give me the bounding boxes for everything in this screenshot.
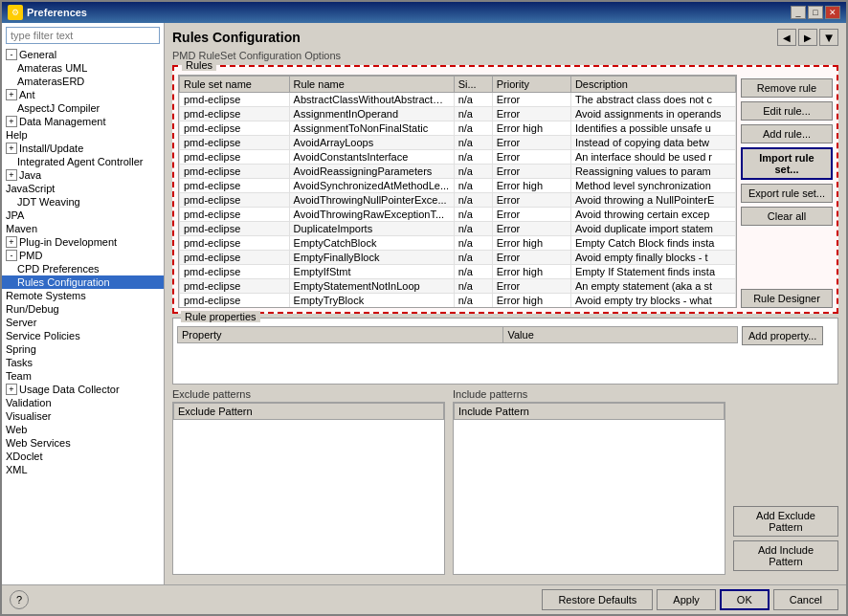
sidebar-item-rules-config[interactable]: Rules Configuration: [2, 275, 164, 289]
exclude-patterns-group: Exclude patterns Exclude Pattern: [172, 388, 445, 575]
sidebar-item-install[interactable]: + Install/Update: [2, 142, 164, 155]
table-row[interactable]: pmd-eclipseAbstractClassWithoutAbstractM…: [180, 93, 736, 107]
table-row[interactable]: pmd-eclipseEmptyCatchBlockn/aError highE…: [180, 236, 736, 251]
col-rulename: Rule name: [289, 77, 454, 93]
expand-icon: +: [6, 236, 17, 248]
table-row[interactable]: pmd-eclipseAvoidArrayLoopsn/aErrorInstea…: [180, 136, 736, 150]
add-include-pattern-button[interactable]: Add Include Pattern: [733, 540, 838, 571]
sidebar-item-data-mgmt[interactable]: + Data Management: [2, 115, 164, 128]
sidebar-item-xml[interactable]: XML: [2, 463, 164, 476]
menu-button[interactable]: ▼: [819, 29, 838, 46]
clear-all-button[interactable]: Clear all: [741, 207, 833, 226]
rules-table-area[interactable]: Rule set name Rule name Si... Priority D…: [178, 75, 737, 308]
sidebar-item-server[interactable]: Server: [2, 316, 164, 329]
preferences-window: ⚙ Preferences _ □ ✕ - General Amateras U…: [0, 0, 848, 616]
properties-table-area[interactable]: Property Value: [177, 326, 738, 380]
table-row[interactable]: pmd-eclipseAssignmentInOperandn/aErrorAv…: [180, 107, 736, 121]
sidebar-item-javascript[interactable]: JavaScript: [2, 182, 164, 195]
remove-rule-button[interactable]: Remove rule: [741, 78, 833, 98]
add-exclude-pattern-button[interactable]: Add Exclude Pattern: [733, 506, 838, 537]
sidebar-item-general[interactable]: - General: [2, 48, 164, 61]
sidebar-item-jdt[interactable]: JDT Weaving: [2, 195, 164, 209]
apply-button[interactable]: Apply: [657, 589, 716, 610]
sidebar-item-plugin[interactable]: + Plug-in Development: [2, 235, 164, 249]
sidebar-item-xdoclet[interactable]: XDoclet: [2, 450, 164, 463]
sidebar-item-java[interactable]: + Java: [2, 168, 164, 182]
restore-defaults-button[interactable]: Restore Defaults: [542, 589, 653, 610]
rules-section: Rules Rule set name Rule name Si... Prio…: [172, 65, 838, 314]
excl-pattern-header: Exclude Pattern: [174, 404, 444, 420]
sidebar-item-visualiser[interactable]: Visualiser: [2, 409, 164, 423]
add-rule-button[interactable]: Add rule...: [741, 124, 833, 143]
include-patterns-group: Include patterns Include Pattern: [453, 388, 725, 575]
col-desc: Description: [570, 77, 735, 93]
rule-properties-label: Rule properties: [181, 311, 260, 322]
add-property-button[interactable]: Add property...: [742, 326, 823, 345]
table-row[interactable]: pmd-eclipseEmptyStatementNotInLoopn/aErr…: [180, 279, 736, 294]
exclude-patterns-box[interactable]: Exclude Pattern: [172, 402, 445, 575]
sidebar-item-amateras-erd[interactable]: AmaterasERD: [2, 75, 164, 88]
import-rule-set-button[interactable]: Import rule set...: [741, 147, 833, 180]
properties-table: Property Value: [177, 326, 738, 343]
sidebar-item-amateras-uml[interactable]: Amateras UML: [2, 61, 164, 75]
sidebar-item-run-debug[interactable]: Run/Debug: [2, 302, 164, 316]
back-button[interactable]: ◀: [777, 29, 796, 46]
sidebar-item-aspectj[interactable]: AspectJ Compiler: [2, 101, 164, 115]
search-input[interactable]: [6, 27, 160, 44]
ok-button[interactable]: OK: [720, 589, 770, 610]
window-icon: ⚙: [8, 5, 23, 20]
table-row[interactable]: pmd-eclipseEmptyIfStmtn/aError highEmpty…: [180, 265, 736, 279]
sidebar-item-help[interactable]: Help: [2, 128, 164, 142]
prop-col-property: Property: [178, 327, 503, 343]
rules-table: Rule set name Rule name Si... Priority D…: [179, 76, 736, 308]
sidebar-item-service-policies[interactable]: Service Policies: [2, 329, 164, 342]
patterns-section: Exclude patterns Exclude Pattern: [172, 388, 838, 575]
edit-rule-button[interactable]: Edit rule...: [741, 101, 833, 121]
sidebar-item-remote[interactable]: Remote Systems: [2, 289, 164, 302]
cancel-button[interactable]: Cancel: [773, 589, 838, 610]
exclude-patterns-table: Exclude Pattern: [173, 403, 444, 420]
sidebar-item-tasks[interactable]: Tasks: [2, 356, 164, 369]
table-row[interactable]: pmd-eclipseAvoidSynchronizedAtMethodLe..…: [180, 179, 736, 193]
expand-icon: +: [6, 384, 17, 395]
expand-icon: +: [6, 116, 17, 127]
include-patterns-table: Include Pattern: [454, 403, 725, 420]
sidebar-item-cpd[interactable]: CPD Preferences: [2, 262, 164, 275]
sidebar-item-team[interactable]: Team: [2, 369, 164, 383]
expand-icon: -: [6, 250, 17, 261]
properties-sidebar: Add property...: [742, 319, 837, 384]
include-patterns-box[interactable]: Include Pattern: [453, 402, 725, 575]
table-row[interactable]: pmd-eclipseEmptyTryBlockn/aError highAvo…: [180, 294, 736, 308]
maximize-button[interactable]: □: [808, 6, 823, 19]
expand-icon: -: [6, 49, 17, 60]
rules-sidebar: Remove rule Edit rule... Add rule... Imp…: [741, 71, 837, 312]
sidebar-item-usage[interactable]: + Usage Data Collector: [2, 383, 164, 396]
export-rule-set-button[interactable]: Export rule set...: [741, 184, 833, 203]
minimize-button[interactable]: _: [791, 6, 806, 19]
sidebar-item-web[interactable]: Web: [2, 423, 164, 436]
col-si: Si...: [454, 77, 492, 93]
table-row[interactable]: pmd-eclipseDuplicateImportsn/aErrorAvoid…: [180, 222, 736, 236]
sidebar-item-web-services[interactable]: Web Services: [2, 436, 164, 450]
sidebar-item-ant[interactable]: + Ant: [2, 88, 164, 101]
close-button[interactable]: ✕: [825, 6, 840, 19]
page-title: Rules Configuration: [172, 30, 301, 45]
rule-properties-section: Rule properties Property Value: [172, 318, 838, 385]
sidebar-item-jpa[interactable]: JPA: [2, 209, 164, 222]
forward-button[interactable]: ▶: [798, 29, 817, 46]
table-row[interactable]: pmd-eclipseAvoidThrowingNullPointerExce.…: [180, 193, 736, 208]
sidebar-item-pmd[interactable]: - PMD: [2, 249, 164, 262]
help-button[interactable]: ?: [10, 590, 29, 609]
table-row[interactable]: pmd-eclipseAvoidThrowingRawExceptionT...…: [180, 208, 736, 222]
sidebar-item-spring[interactable]: Spring: [2, 342, 164, 356]
sidebar-item-integrated-agent[interactable]: Integrated Agent Controller: [2, 155, 164, 168]
sidebar-item-validation[interactable]: Validation: [2, 396, 164, 409]
rule-designer-button[interactable]: Rule Designer: [741, 289, 833, 308]
sidebar-item-maven[interactable]: Maven: [2, 222, 164, 235]
table-row[interactable]: pmd-eclipseAvoidReassigningParametersn/a…: [180, 165, 736, 179]
subtitle: PMD RuleSet Configuration Options: [172, 50, 838, 61]
rules-label: Rules: [182, 59, 216, 71]
table-row[interactable]: pmd-eclipseAvoidConstantsInterfacen/aErr…: [180, 150, 736, 165]
table-row[interactable]: pmd-eclipseAssignmentToNonFinalStaticn/a…: [180, 121, 736, 136]
table-row[interactable]: pmd-eclipseEmptyFinallyBlockn/aErrorAvoi…: [180, 251, 736, 265]
